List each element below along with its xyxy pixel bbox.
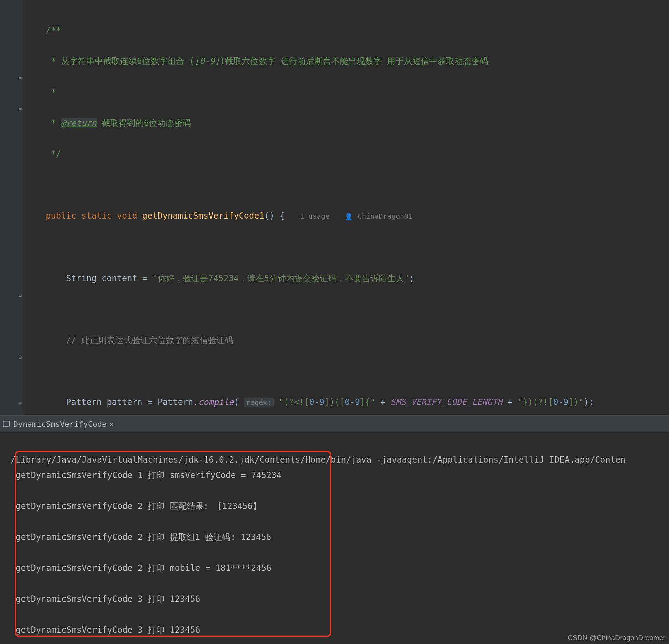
javadoc: )截取六位数字 进行前后断言不能出现数字 用于从短信中获取动态密码 <box>220 56 488 66</box>
constant: SMS_VERIFY_CODE_LENGTH <box>390 397 502 407</box>
op: = <box>137 273 152 283</box>
inlay-author[interactable]: ChinaDragon01 <box>358 212 413 220</box>
keyword: public <box>46 211 76 221</box>
string: ]) <box>568 397 579 407</box>
fold-marker-icon[interactable]: ⊟ <box>18 354 24 360</box>
run-tab-label[interactable]: DynamicSmsVerifyCode <box>13 420 107 429</box>
fold-marker-icon[interactable]: ⊟ <box>18 107 24 112</box>
regex-range: 0-9 <box>309 397 324 407</box>
svg-rect-1 <box>3 426 9 427</box>
command-line: /Library/Java/JavaVirtualMachines/jdk-16… <box>11 455 625 465</box>
javadoc: /** <box>46 25 61 35</box>
close-icon[interactable]: ✕ <box>109 420 114 428</box>
code-area[interactable]: /** * 从字符串中截取连续6位数字组合 ([0-9])截取六位数字 进行前后… <box>25 0 669 415</box>
fold-marker-icon[interactable]: ⊟ <box>18 292 24 298</box>
method-name: getDynamicSmsVerifyCode1 <box>142 211 265 221</box>
run-tabs[interactable]: DynamicSmsVerifyCode ✕ <box>0 416 669 432</box>
fold-marker-icon[interactable]: ⊟ <box>18 401 24 406</box>
string-literal: "你好，验证是745234，请在5分钟内提交验证码，不要告诉陌生人" <box>152 273 409 283</box>
editor-gutter[interactable]: ⊟ ⊟ ⊟ ⊟ ⊟ <box>0 0 25 415</box>
author-icon: 👤 <box>345 213 352 220</box>
javadoc: */ <box>46 149 61 159</box>
fold-marker-icon[interactable]: ⊟ <box>18 76 24 82</box>
method-call: compile <box>198 397 234 407</box>
svg-rect-0 <box>3 421 9 426</box>
run-output[interactable]: /Library/Java/JavaVirtualMachines/jdk-16… <box>0 432 669 644</box>
close: ); <box>584 397 594 407</box>
output-line: getDynamicSmsVerifyCode 3 打印 123456 <box>11 594 200 604</box>
keyword: static <box>81 211 112 221</box>
semi: ; <box>409 273 414 283</box>
string: " <box>370 397 375 407</box>
javadoc: 截取得到的6位动态密码 <box>97 118 191 128</box>
output-line: getDynamicSmsVerifyCode 1 打印 smsVerifyCo… <box>11 470 281 480</box>
type: String <box>66 273 97 283</box>
var: pattern <box>107 397 142 407</box>
string: " <box>517 397 522 407</box>
string: (?<![ <box>284 397 309 407</box>
op: + <box>502 397 517 407</box>
type: Pattern <box>66 397 102 407</box>
parens: () <box>264 211 274 221</box>
string: })(?![ <box>523 397 553 407</box>
regex-range: 0-9 <box>553 397 568 407</box>
inlay-usages[interactable]: 1 usage <box>300 212 330 220</box>
output-line: getDynamicSmsVerifyCode 2 打印 匹配结果: 【1234… <box>11 501 261 511</box>
code-editor[interactable]: ⊟ ⊟ ⊟ ⊟ ⊟ /** * 从字符串中截取连续6位数字组合 ([0-9])截… <box>0 0 669 415</box>
param-hint: regex: <box>244 398 274 407</box>
string: ])([ <box>324 397 345 407</box>
javadoc: * <box>46 87 56 97</box>
run-config-icon <box>2 420 11 428</box>
string: ]{ <box>360 397 370 407</box>
regex-range: 0-9 <box>345 397 360 407</box>
op: + <box>375 397 390 407</box>
output-line: getDynamicSmsVerifyCode 3 打印 123456 <box>11 625 200 635</box>
javadoc: [0-9] <box>195 56 220 66</box>
javadoc: * 从字符串中截取连续6位数字组合 ( <box>46 56 195 66</box>
watermark: CSDN @ChinaDragonDreamer <box>568 634 665 642</box>
string: " <box>579 397 584 407</box>
run-tool-window[interactable]: DynamicSmsVerifyCode ✕ /Library/Java/Jav… <box>0 415 669 644</box>
javadoc: * <box>46 118 61 128</box>
string: " <box>279 397 283 407</box>
brace: { <box>274 211 285 221</box>
type: Pattern <box>158 397 193 407</box>
javadoc-tag-return: @return <box>61 118 96 128</box>
keyword: void <box>117 211 137 221</box>
output-line: getDynamicSmsVerifyCode 2 打印 mobile = 18… <box>11 563 272 573</box>
op: = <box>142 397 158 407</box>
line-comment: // 此正则表达式验证六位数字的短信验证码 <box>66 335 233 345</box>
var: content <box>102 273 137 283</box>
output-line: getDynamicSmsVerifyCode 2 打印 提取组1 验证码: 1… <box>11 532 271 542</box>
